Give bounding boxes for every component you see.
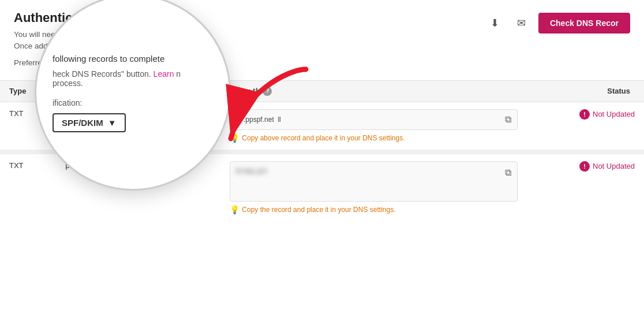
download-icon: ⬇: [491, 17, 499, 29]
row1-status-badge: ! Not Updated: [579, 109, 635, 120]
row1-hint-text: Copy above record and place it in your D…: [242, 134, 405, 142]
row2-status-text: Not Updated: [593, 162, 635, 170]
mag-line2-text: heck DNS Records" button.: [53, 69, 153, 79]
question-icon: ?: [263, 87, 272, 96]
row1-status-icon: !: [579, 109, 590, 120]
email-icon: ✉: [517, 17, 526, 29]
row2-copy-button[interactable]: ⧉: [505, 168, 511, 178]
hint-icon-1: 💡: [230, 133, 239, 143]
mag-pre: following records to complete: [53, 54, 164, 64]
row2-status-badge: ! Not Updated: [579, 161, 635, 172]
row1-status-cell: ! Not Updated: [527, 102, 644, 150]
row2-value-text: k=rsa; p=l: [236, 166, 500, 195]
col-status: Status: [527, 80, 644, 102]
row1-hint: 💡 Copy above record and place it in your…: [230, 133, 518, 143]
row2-value-cell: k=rsa; p=l: [220, 154, 527, 221]
row1-value-wrapper: v7.ppspf.net ll ⧉: [230, 109, 518, 130]
hint-icon-2: 💡: [230, 205, 239, 214]
row1-value-text: v7.ppspf.net ll: [236, 116, 500, 124]
row1-status-text: Not Updated: [593, 110, 635, 118]
row2-hint-text: Copy the record and place it in your DNS…: [242, 206, 395, 214]
header-right: ⬇ ✉ Check DNS Recor: [485, 10, 630, 34]
magnifier-content: following records to complete heck DNS R…: [36, 0, 229, 189]
row2-type: TXT: [0, 154, 56, 221]
col-enter: Enter th ?: [220, 80, 527, 102]
download-button[interactable]: ⬇: [485, 13, 505, 33]
row2-status-cell: ! Not Updated: [527, 154, 644, 221]
magnifier-overlay: following records to complete heck DNS R…: [35, 0, 231, 191]
row2-status-icon: !: [579, 161, 590, 172]
mag-line2: heck DNS Records" button. Learn n proces…: [53, 69, 213, 88]
mag-line1: following records to complete: [53, 53, 213, 65]
row2-value-wrapper: k=rsa; p=l: [230, 161, 518, 202]
mag-verification-pre: ification:: [53, 98, 82, 107]
mag-spf-label: SPF/DKIM: [62, 118, 103, 128]
row1-value-cell: v7.ppspf.net ll ⧉ 💡 Copy above record an…: [220, 102, 527, 150]
page-wrapper: Authenticate You You will need to add th…: [0, 0, 644, 331]
mag-learn-link[interactable]: Learn: [153, 69, 174, 79]
mag-dropdown-icon: ▼: [108, 118, 117, 128]
row2-hint: 💡 Copy the record and place it in your D…: [230, 205, 518, 214]
row1-copy-button[interactable]: ⧉: [505, 114, 511, 125]
check-dns-button[interactable]: Check DNS Recor: [538, 13, 630, 34]
mag-preferred: ification:: [53, 98, 213, 107]
mag-spf-select[interactable]: SPF/DKIM ▼: [53, 113, 126, 132]
email-button[interactable]: ✉: [512, 13, 531, 33]
